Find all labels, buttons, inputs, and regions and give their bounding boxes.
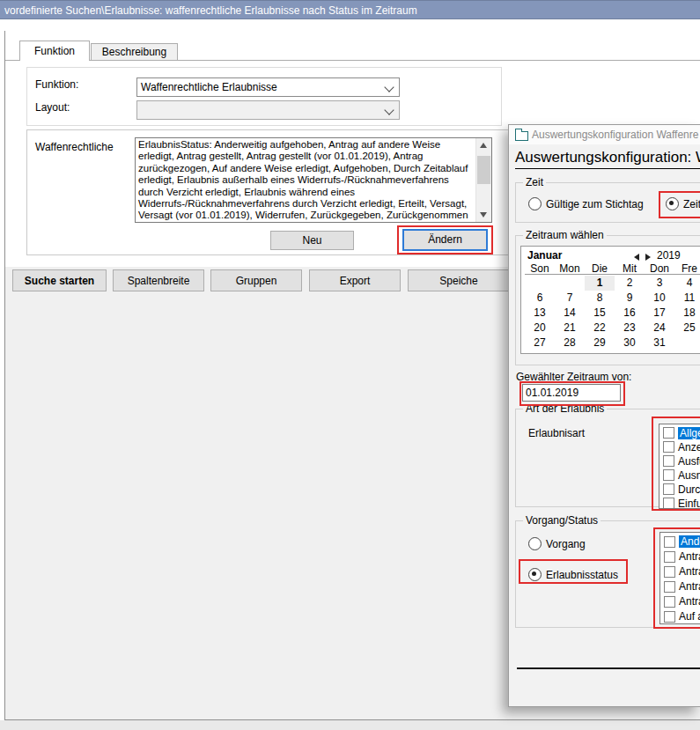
calendar-day-cell[interactable]: 4 bbox=[674, 276, 700, 291]
status-item[interactable]: Antra bbox=[660, 594, 700, 608]
status-item[interactable]: Antra bbox=[660, 564, 700, 579]
calendar-day-cell[interactable]: 27 bbox=[525, 336, 555, 350]
checkbox-icon[interactable] bbox=[664, 566, 675, 578]
calendar-day-cell[interactable]: 29 bbox=[585, 336, 615, 350]
aendern-button[interactable]: Ändern bbox=[402, 229, 488, 251]
erlaubnisart-item[interactable]: Anze bbox=[659, 440, 700, 453]
scroll-up-icon[interactable] bbox=[476, 138, 491, 152]
calendar-day-cell[interactable]: 25 bbox=[674, 321, 700, 336]
chevron-down-icon[interactable] bbox=[384, 105, 394, 114]
calendar-day-cell[interactable]: 17 bbox=[645, 306, 674, 321]
erlaubnisart-item[interactable]: Allge bbox=[659, 426, 700, 439]
erlaubnisart-item-label: Durc bbox=[678, 483, 700, 496]
checkbox-icon[interactable] bbox=[663, 441, 674, 453]
checkbox-icon[interactable] bbox=[663, 469, 674, 481]
radio-icon[interactable] bbox=[666, 197, 679, 210]
calendar-day-cell[interactable]: 1 bbox=[585, 276, 615, 291]
status-item[interactable]: Ande bbox=[660, 535, 700, 549]
calendar-day-cell[interactable]: 23 bbox=[615, 321, 645, 336]
separator-line bbox=[517, 667, 700, 669]
calendar-day-cell[interactable]: 10 bbox=[645, 291, 674, 306]
calendar-day-cell[interactable]: 20 bbox=[525, 321, 555, 336]
erlaubnisart-item-label: Einfu bbox=[678, 498, 700, 510]
status-item-label: Auf a bbox=[679, 610, 700, 623]
waffenrechtliche-label: Waffenrechtliche bbox=[35, 141, 114, 153]
radio-zeitraum[interactable]: Zeitra bbox=[666, 197, 700, 210]
erlaubnisart-item[interactable]: Ausn bbox=[659, 468, 700, 482]
status-list[interactable]: AndeAntraAntraAntraAntraAuf a bbox=[659, 532, 700, 624]
calendar-day-cell[interactable]: 21 bbox=[555, 321, 585, 336]
erlaubnisstatus-text: ErlaubnisStatus: Anderweitig aufgehoben,… bbox=[136, 138, 476, 222]
action-button-export[interactable]: Export bbox=[309, 269, 401, 291]
calendar[interactable]: Januar 2019 SonMonDieMitDonFre 123467891… bbox=[520, 246, 700, 354]
tab-funktion[interactable]: Funktion bbox=[19, 41, 90, 61]
dialog-titlebar[interactable]: Auswertungskonfiguration Waffenre bbox=[509, 125, 700, 144]
calendar-day-cell[interactable]: 18 bbox=[674, 306, 700, 321]
window-titlebar[interactable]: vordefinierte Suchen\Erlaubnisse: waffen… bbox=[0, 0, 700, 19]
action-button-speiche[interactable]: Speiche bbox=[408, 269, 510, 291]
date-input[interactable] bbox=[522, 384, 621, 402]
checkbox-icon[interactable] bbox=[664, 536, 675, 548]
calendar-day-cell[interactable]: 13 bbox=[525, 306, 555, 321]
radio-gueltige-zum-stichtag[interactable]: Gültige zum Stichtag bbox=[528, 197, 644, 210]
chevron-down-icon[interactable] bbox=[384, 82, 394, 92]
status-item[interactable]: Antra bbox=[660, 579, 700, 594]
calendar-day-cell[interactable]: 2 bbox=[615, 276, 645, 291]
calendar-day-cell[interactable]: 7 bbox=[555, 291, 585, 306]
scroll-down-icon[interactable] bbox=[476, 208, 491, 222]
erlaubnisart-item[interactable]: Ausfu bbox=[659, 454, 700, 468]
checkbox-icon[interactable] bbox=[664, 581, 675, 593]
calendar-week-row: 1234 bbox=[522, 276, 700, 291]
calendar-header-divider bbox=[525, 274, 700, 275]
radio-vorgang[interactable]: Vorgang bbox=[528, 537, 586, 550]
funktion-select[interactable]: Waffenrechtliche Erlaubnisse bbox=[136, 77, 400, 97]
checkbox-icon[interactable] bbox=[664, 551, 675, 563]
calendar-day-cell[interactable]: 30 bbox=[615, 336, 645, 350]
calendar-day-cell[interactable]: 8 bbox=[585, 291, 615, 306]
calendar-day-cell[interactable]: 14 bbox=[555, 306, 585, 321]
checkbox-icon[interactable] bbox=[663, 498, 674, 509]
calendar-day-cell[interactable]: 6 bbox=[525, 291, 555, 306]
status-item[interactable]: Auf a bbox=[660, 609, 700, 623]
layout-label: Layout: bbox=[35, 101, 70, 114]
art-group-label: Art der Erlaubnis bbox=[523, 402, 607, 415]
tab-beschreibung[interactable]: Beschreibung bbox=[91, 43, 178, 61]
action-button-spaltenbreite[interactable]: Spaltenbreite bbox=[113, 269, 204, 291]
radio-icon[interactable] bbox=[528, 197, 542, 210]
calendar-day-cell[interactable]: 11 bbox=[674, 291, 700, 306]
scrollbar[interactable] bbox=[475, 138, 491, 222]
calendar-day-cell[interactable]: 31 bbox=[645, 336, 674, 350]
status-item-label: Ande bbox=[679, 535, 700, 548]
calendar-day-cell[interactable]: 22 bbox=[585, 321, 615, 336]
calendar-day-cell[interactable]: 9 bbox=[615, 291, 645, 306]
erlaubnisart-list[interactable]: AllgeAnzeAusfuAusnDurcEinfu bbox=[659, 424, 700, 509]
checkbox-icon[interactable] bbox=[664, 611, 675, 623]
calendar-week-row: 131415161718 bbox=[522, 306, 700, 321]
checkbox-icon[interactable] bbox=[663, 455, 674, 467]
calendar-day-cell[interactable]: 15 bbox=[585, 306, 615, 321]
layout-select[interactable] bbox=[136, 100, 400, 120]
calendar-day-cell[interactable]: 24 bbox=[645, 321, 674, 336]
calendar-prev-icon[interactable] bbox=[634, 254, 639, 261]
checkbox-icon[interactable] bbox=[663, 427, 674, 439]
erlaubnisstatus-textarea[interactable]: ErlaubnisStatus: Anderweitig aufgehoben,… bbox=[135, 137, 492, 223]
radio-icon[interactable] bbox=[528, 537, 542, 550]
scroll-thumb[interactable] bbox=[477, 156, 490, 184]
status-item[interactable]: Antra bbox=[660, 549, 700, 564]
action-button-gruppen[interactable]: Gruppen bbox=[210, 269, 302, 291]
calendar-day-cell[interactable]: 28 bbox=[555, 336, 585, 350]
checkbox-icon[interactable] bbox=[663, 483, 674, 495]
radio-icon[interactable] bbox=[528, 568, 542, 581]
erlaubnisart-item-label: Allge bbox=[678, 427, 700, 439]
erlaubnisart-item[interactable]: Durc bbox=[659, 483, 700, 496]
calendar-day-cell[interactable]: 3 bbox=[645, 276, 674, 291]
checkbox-icon[interactable] bbox=[664, 596, 675, 608]
status-item-label: Antra bbox=[679, 550, 700, 563]
neu-button[interactable]: Neu bbox=[270, 231, 354, 250]
radio-label: Erlaubnisstatus bbox=[546, 569, 618, 581]
action-button-suche-starten[interactable]: Suche starten bbox=[12, 269, 107, 291]
radio-erlaubnisstatus[interactable]: Erlaubnisstatus bbox=[528, 568, 618, 581]
erlaubnisart-item[interactable]: Einfu bbox=[659, 497, 700, 509]
calendar-next-icon[interactable] bbox=[645, 254, 651, 261]
calendar-day-cell[interactable]: 16 bbox=[615, 306, 645, 321]
